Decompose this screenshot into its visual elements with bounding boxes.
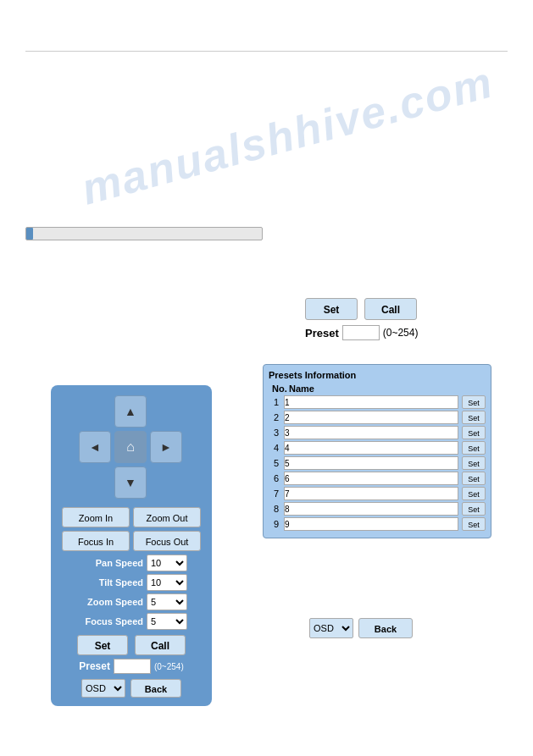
- ptz-set-button[interactable]: Set: [77, 635, 128, 655]
- right-preset-label: Preset: [305, 327, 339, 339]
- focus-in-button[interactable]: Focus In: [62, 531, 130, 551]
- dir-up-button[interactable]: ▲: [114, 395, 147, 428]
- watermark: manualshhive.com: [76, 56, 499, 214]
- col-name-header: Name: [289, 384, 486, 394]
- ptz-osd-back-row: OSD Back: [59, 679, 203, 698]
- right-set-call-row: Set Call: [288, 298, 458, 320]
- dir-empty-tr: [150, 395, 182, 428]
- dir-empty-tl: [79, 395, 111, 428]
- table-row: 7Set: [269, 487, 486, 500]
- dir-home-button[interactable]: ⌂: [114, 431, 147, 463]
- preset-row-set-button[interactable]: Set: [462, 411, 486, 424]
- preset-row-name-input[interactable]: [284, 411, 458, 424]
- col-no-header: No.: [272, 384, 289, 394]
- preset-row-set-button[interactable]: Set: [462, 426, 486, 439]
- table-row: 6Set: [269, 472, 486, 485]
- progress-bar[interactable]: [25, 227, 263, 240]
- right-preset-range: (0~254): [383, 327, 419, 339]
- tilt-speed-label: Tilt Speed: [75, 577, 143, 588]
- preset-row-set-button[interactable]: Set: [462, 395, 486, 409]
- right-call-button[interactable]: Call: [364, 298, 417, 320]
- pan-speed-row: Pan Speed 10123456789: [59, 555, 203, 571]
- preset-row-set-button[interactable]: Set: [462, 487, 486, 500]
- zoom-row: Zoom In Zoom Out: [59, 507, 203, 527]
- presets-table-title: Presets Information: [269, 370, 486, 380]
- preset-row-name-input[interactable]: [284, 517, 458, 531]
- zoom-out-button[interactable]: Zoom Out: [133, 507, 201, 527]
- ptz-panel: ▲ ◄ ⌂ ► ▼ Zoom In Zoom Out Focus In Focu…: [51, 385, 212, 706]
- right-preset-row: Preset (0~254): [288, 325, 458, 340]
- preset-row-set-button[interactable]: Set: [462, 456, 486, 470]
- ptz-call-button[interactable]: Call: [135, 635, 186, 655]
- pan-speed-label: Pan Speed: [75, 558, 143, 568]
- preset-row-no: 6: [269, 473, 284, 483]
- preset-row-no: 9: [269, 519, 284, 529]
- focus-out-button[interactable]: Focus Out: [133, 531, 201, 551]
- preset-row-no: 3: [269, 428, 284, 438]
- table-row: 5Set: [269, 456, 486, 470]
- right-osd-back-row: OSD Back: [309, 618, 413, 638]
- preset-row-set-button[interactable]: Set: [462, 502, 486, 516]
- dir-left-button[interactable]: ◄: [79, 431, 111, 463]
- dir-right-button[interactable]: ►: [150, 431, 182, 463]
- dir-empty-bl: [79, 466, 111, 499]
- zoom-speed-row: Zoom Speed 51234678910: [59, 593, 203, 610]
- presets-table-header: No. Name: [269, 384, 486, 394]
- table-row: 1Set: [269, 395, 486, 409]
- zoom-speed-select[interactable]: 51234678910: [147, 593, 187, 610]
- focus-speed-select[interactable]: 51234678910: [147, 613, 187, 630]
- preset-row-name-input[interactable]: [284, 487, 458, 500]
- right-preset-input[interactable]: [342, 325, 380, 340]
- preset-row-set-button[interactable]: Set: [462, 441, 486, 455]
- preset-row-no: 5: [269, 458, 284, 468]
- focus-speed-label: Focus Speed: [75, 616, 143, 626]
- right-back-button[interactable]: Back: [358, 618, 413, 638]
- zoom-in-button[interactable]: Zoom In: [62, 507, 130, 527]
- preset-row-name-input[interactable]: [284, 502, 458, 516]
- preset-row-no: 7: [269, 488, 284, 499]
- right-osd-select[interactable]: OSD: [309, 618, 353, 638]
- preset-row-no: 1: [269, 397, 284, 407]
- tilt-speed-select[interactable]: 10123456789: [147, 574, 187, 591]
- presets-rows-container: 1Set2Set3Set4Set5Set6Set7Set8Set9Set: [269, 395, 486, 531]
- right-set-button[interactable]: Set: [305, 298, 358, 320]
- ptz-set-call-row: Set Call: [59, 635, 203, 655]
- ptz-preset-range: (0~254): [154, 662, 184, 671]
- zoom-speed-label: Zoom Speed: [75, 597, 143, 607]
- tilt-speed-row: Tilt Speed 10123456789: [59, 574, 203, 591]
- pan-speed-select[interactable]: 10123456789: [147, 555, 187, 571]
- preset-row-no: 4: [269, 443, 284, 453]
- preset-row-name-input[interactable]: [284, 441, 458, 455]
- direction-grid: ▲ ◄ ⌂ ► ▼: [59, 395, 203, 500]
- table-row: 8Set: [269, 502, 486, 516]
- preset-row-name-input[interactable]: [284, 456, 458, 470]
- preset-row-set-button[interactable]: Set: [462, 472, 486, 485]
- dir-down-button[interactable]: ▼: [114, 466, 147, 499]
- right-top-panel: Set Call Preset (0~254): [288, 298, 458, 340]
- ptz-preset-input[interactable]: [114, 659, 151, 674]
- dir-empty-br: [150, 466, 182, 499]
- preset-row-name-input[interactable]: [284, 395, 458, 409]
- table-row: 4Set: [269, 441, 486, 455]
- ptz-preset-row: Preset (0~254): [59, 659, 203, 674]
- preset-row-no: 2: [269, 412, 284, 422]
- focus-row: Focus In Focus Out: [59, 531, 203, 551]
- preset-row-name-input[interactable]: [284, 426, 458, 439]
- ptz-preset-label: Preset: [79, 660, 110, 672]
- table-row: 2Set: [269, 411, 486, 424]
- preset-row-no: 8: [269, 504, 284, 514]
- table-row: 9Set: [269, 517, 486, 531]
- focus-speed-row: Focus Speed 51234678910: [59, 613, 203, 630]
- top-divider: [25, 51, 508, 52]
- ptz-back-button[interactable]: Back: [130, 679, 181, 698]
- table-row: 3Set: [269, 426, 486, 439]
- ptz-osd-select[interactable]: OSD: [81, 679, 125, 698]
- preset-row-name-input[interactable]: [284, 472, 458, 485]
- preset-row-set-button[interactable]: Set: [462, 517, 486, 531]
- presets-table-panel: Presets Information No. Name 1Set2Set3Se…: [263, 364, 491, 538]
- progress-fill: [26, 228, 33, 240]
